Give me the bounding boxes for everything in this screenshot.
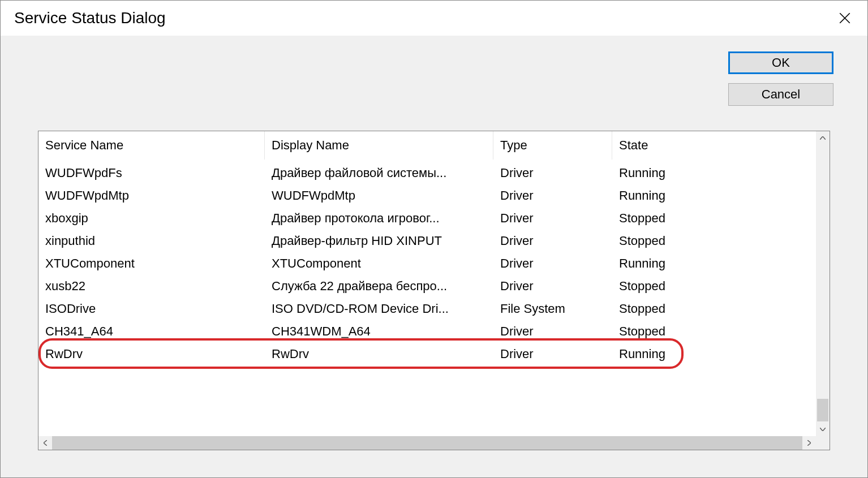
column-header-display-name[interactable]: Display Name [265,131,493,160]
cell-display-name: RwDrv [265,347,493,361]
cell-service-name: WUDFWpdMtp [38,188,265,203]
table-row[interactable]: ISODriveISO DVD/CD-ROM Device Dri...File… [38,298,816,320]
table-row[interactable]: WUDFWpdFsДрайвер файловой системы...Driv… [38,162,816,184]
titlebar: Service Status Dialog [1,1,867,36]
cell-state: Stopped [612,324,816,339]
cell-service-name: XTUComponent [38,256,265,271]
cell-service-name: xboxgip [38,211,265,226]
table-row[interactable]: xboxgipДрайвер протокола игровог...Drive… [38,207,816,230]
table-row[interactable]: xinputhidДрайвер-фильтр HID XINPUTDriver… [38,230,816,252]
table-row[interactable]: RwDrvRwDrvDriverRunning [38,343,816,365]
cell-service-name: ISODrive [38,302,265,316]
cell-display-name: Драйвер-фильтр HID XINPUT [265,234,493,248]
cell-state: Running [612,188,816,203]
cell-type: Driver [493,234,612,248]
listview-content: Service Name Display Name Type State WUD… [38,131,816,436]
column-header-service-name[interactable]: Service Name [38,131,265,160]
cell-type: Driver [493,211,612,226]
dialog-buttons: OK Cancel [728,51,833,106]
cell-type: Driver [493,347,612,361]
scroll-down-arrow-icon[interactable] [816,423,830,436]
vertical-scrollbar[interactable] [816,131,830,436]
cell-service-name: xusb22 [38,279,265,294]
cell-type: Driver [493,166,612,180]
scroll-right-arrow-icon[interactable] [802,436,816,450]
cell-state: Stopped [612,211,816,226]
dialog-title: Service Status Dialog [14,9,166,27]
table-row[interactable]: xusb22Служба 22 драйвера беспро...Driver… [38,275,816,298]
cell-state: Stopped [612,234,816,248]
ok-button[interactable]: OK [728,51,833,74]
table-row[interactable]: WUDFWpdMtpWUDFWpdMtpDriverRunning [38,184,816,207]
cell-state: Running [612,347,816,361]
cell-state: Stopped [612,302,816,316]
cell-service-name: CH341_A64 [38,324,265,339]
cell-type: File System [493,302,612,316]
cell-type: Driver [493,256,612,271]
services-listview[interactable]: Service Name Display Name Type State WUD… [38,131,830,450]
scroll-up-arrow-icon[interactable] [816,131,830,145]
cell-state: Running [612,166,816,180]
cell-display-name: Драйвер файловой системы... [265,166,493,180]
column-header-state[interactable]: State [612,131,816,160]
vertical-scroll-track[interactable] [816,145,830,423]
horizontal-scroll-track[interactable] [52,436,802,450]
table-row[interactable]: CH341_A64CH341WDM_A64DriverStopped [38,320,816,343]
cell-service-name: xinputhid [38,234,265,248]
cell-state: Running [612,256,816,271]
cell-display-name: WUDFWpdMtp [265,188,493,203]
scrollbar-corner [816,436,830,450]
vertical-scroll-thumb[interactable] [817,399,828,421]
cell-display-name: ISO DVD/CD-ROM Device Dri... [265,302,493,316]
horizontal-scrollbar[interactable] [38,436,816,450]
listview-header: Service Name Display Name Type State [38,131,816,160]
cell-type: Driver [493,188,612,203]
table-row[interactable]: XTUComponentXTUComponentDriverRunning [38,252,816,275]
close-icon [839,12,850,24]
horizontal-scroll-row [38,436,830,450]
cell-service-name: WUDFWpdFs [38,166,265,180]
cell-service-name: RwDrv [38,347,265,361]
cell-display-name: Служба 22 драйвера беспро... [265,279,493,294]
client-area: OK Cancel Service Name Display Name Type… [1,36,867,477]
column-header-type[interactable]: Type [493,131,612,160]
cell-display-name: Драйвер протокола игровог... [265,211,493,226]
close-button[interactable] [832,6,857,31]
cell-display-name: XTUComponent [265,256,493,271]
dialog-window: Service Status Dialog OK Cancel Service … [0,0,868,478]
listview-main: Service Name Display Name Type State WUD… [38,131,830,436]
scroll-left-arrow-icon[interactable] [38,436,52,450]
cancel-button[interactable]: Cancel [728,83,833,106]
cell-type: Driver [493,279,612,294]
listview-body: WUDFWpdFsДрайвер файловой системы...Driv… [38,160,816,365]
cell-display-name: CH341WDM_A64 [265,324,493,339]
cell-type: Driver [493,324,612,339]
cell-state: Stopped [612,279,816,294]
